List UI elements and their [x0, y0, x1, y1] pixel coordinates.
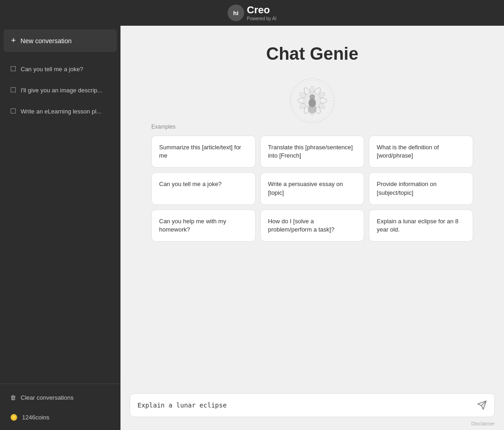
clear-label: Clear conversations — [21, 394, 74, 401]
chat-title: Chat Genie — [266, 44, 359, 64]
conversation-title-3: Write an eLearning lesson pl... — [21, 108, 101, 115]
new-conversation-button[interactable]: + New conversation — [4, 29, 117, 52]
conversation-item-3[interactable]: ☐ Write an eLearning lesson pl... — [4, 102, 117, 121]
plus-icon: + — [11, 36, 16, 45]
logo-text-group: Creo Powered by AI — [247, 5, 276, 21]
new-conversation-label: New conversation — [21, 37, 72, 45]
chat-main: Chat Genie — [120, 26, 504, 388]
conversation-title-2: I'll give you an image descrip... — [21, 87, 102, 94]
sidebar-top: + New conversation — [0, 26, 120, 56]
logo: hi Creo Powered by AI — [228, 5, 276, 21]
example-card-3[interactable]: What is the definition of [word/phrase] — [369, 136, 473, 168]
examples-section: Examples Summarize this [article/text] f… — [151, 124, 473, 242]
conversation-title-1: Can you tell me a joke? — [21, 66, 83, 73]
coins-item: 🪙 1246coins — [4, 408, 117, 426]
example-card-2[interactable]: Translate this [phrase/sentence] into [F… — [260, 136, 365, 168]
chat-icon-3: ☐ — [10, 107, 16, 115]
coins-icon: 🪙 — [10, 414, 17, 421]
example-card-6[interactable]: Provide information on [subject/topic] — [369, 172, 473, 204]
sidebar-bottom: 🗑 Clear conversations 🪙 1246coins — [0, 384, 120, 430]
chat-icon-1: ☐ — [10, 65, 16, 73]
examples-label: Examples — [151, 124, 473, 130]
app-header: hi Creo Powered by AI — [0, 0, 504, 26]
chat-icon-2: ☐ — [10, 86, 16, 94]
logo-hi-text: hi — [233, 10, 239, 17]
content-area: Chat Genie — [120, 26, 504, 430]
chat-avatar — [289, 78, 335, 124]
conversation-item-2[interactable]: ☐ I'll give you an image descrip... — [4, 80, 117, 100]
disclaimer-text: Disclaimer — [471, 421, 495, 426]
mandala-svg — [289, 78, 335, 124]
conversation-list: ☐ Can you tell me a joke? ☐ I'll give yo… — [0, 56, 120, 384]
main-layout: + New conversation ☐ Can you tell me a j… — [0, 26, 504, 430]
conversation-item-1[interactable]: ☐ Can you tell me a joke? — [4, 59, 117, 79]
example-card-7[interactable]: Can you help me with my homework? — [151, 209, 256, 242]
logo-hi-circle: hi — [228, 5, 244, 21]
logo-name: Creo — [247, 5, 276, 16]
example-card-1[interactable]: Summarize this [article/text] for me — [151, 136, 256, 168]
input-container: Explain a lunar eclipse — [130, 393, 495, 417]
example-card-4[interactable]: Can you tell me a joke? — [151, 172, 256, 204]
disclaimer-bar: Disclaimer — [120, 420, 504, 430]
example-card-9[interactable]: Explain a lunar eclipse for an 8 year ol… — [369, 209, 473, 242]
example-card-5[interactable]: Write a persuasive essay on [topic] — [260, 172, 365, 204]
trash-icon: 🗑 — [10, 394, 16, 401]
logo-sub: Powered by AI — [247, 16, 276, 21]
input-area: Explain a lunar eclipse — [120, 388, 504, 420]
coins-value: 1246coins — [22, 414, 49, 421]
sidebar: + New conversation ☐ Can you tell me a j… — [0, 26, 120, 430]
example-card-8[interactable]: How do I [solve a problem/perform a task… — [260, 209, 365, 242]
send-button[interactable] — [477, 400, 487, 410]
clear-conversations-button[interactable]: 🗑 Clear conversations — [4, 388, 117, 407]
chat-input[interactable]: Explain a lunar eclipse — [137, 402, 477, 409]
examples-grid: Summarize this [article/text] for me Tra… — [151, 136, 473, 242]
send-icon — [477, 400, 487, 410]
